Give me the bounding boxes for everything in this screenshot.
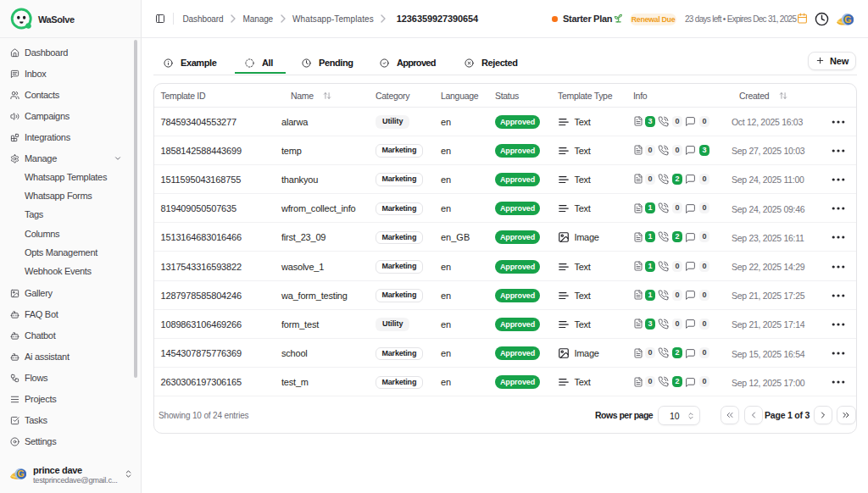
svg-text:G: G [18,468,25,479]
svg-text:G: G [844,14,852,24]
